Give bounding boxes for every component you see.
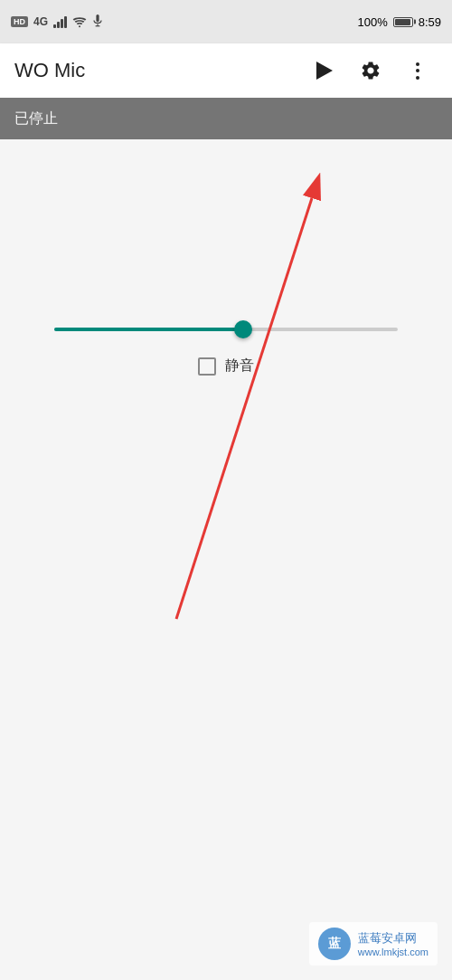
watermark-logo-text: 蓝 [328, 936, 341, 952]
annotation-arrow [0, 139, 452, 980]
play-icon [316, 62, 333, 80]
signal-text: 4G [33, 15, 48, 28]
status-banner: 已停止 [0, 98, 452, 139]
status-bar-right: 100% 8:59 [357, 15, 441, 29]
play-button[interactable] [304, 51, 344, 90]
time-display: 8:59 [419, 15, 441, 29]
mute-checkbox-row: 静音 [198, 357, 254, 376]
battery-icon [393, 17, 413, 27]
status-bar-left: HD 4G [11, 14, 103, 29]
svg-point-0 [79, 25, 80, 27]
app-bar-actions [304, 51, 438, 90]
volume-slider[interactable] [54, 320, 398, 338]
wifi-icon [72, 15, 87, 28]
slider-track-fill [54, 328, 243, 331]
svg-line-5 [176, 198, 312, 619]
signal-bars-icon [53, 15, 67, 28]
watermark-site-name: 蓝莓安卓网 [358, 930, 428, 947]
mute-label: 静音 [225, 357, 254, 376]
main-content: 静音 [0, 139, 452, 980]
svg-rect-1 [96, 14, 99, 22]
app-bar: WO Mic [0, 43, 452, 98]
status-text: 已停止 [14, 109, 58, 128]
more-button[interactable] [398, 51, 438, 90]
slider-container: 静音 [0, 320, 452, 376]
status-bar: HD 4G 100% 8:59 [0, 0, 452, 43]
watermark-site-url: www.lmkjst.com [358, 947, 428, 957]
more-dots-icon [416, 62, 419, 80]
hd-badge: HD [11, 16, 28, 27]
settings-button[interactable] [351, 51, 391, 90]
gear-icon [360, 60, 381, 81]
battery-percent: 100% [357, 15, 387, 29]
mic-status-icon [92, 14, 103, 29]
app-title: WO Mic [14, 59, 304, 82]
mute-checkbox[interactable] [198, 357, 216, 376]
slider-thumb[interactable] [234, 320, 252, 338]
watermark: 蓝 蓝莓安卓网 www.lmkjst.com [309, 922, 438, 966]
watermark-logo: 蓝 [318, 928, 351, 960]
watermark-text-block: 蓝莓安卓网 www.lmkjst.com [358, 930, 428, 957]
